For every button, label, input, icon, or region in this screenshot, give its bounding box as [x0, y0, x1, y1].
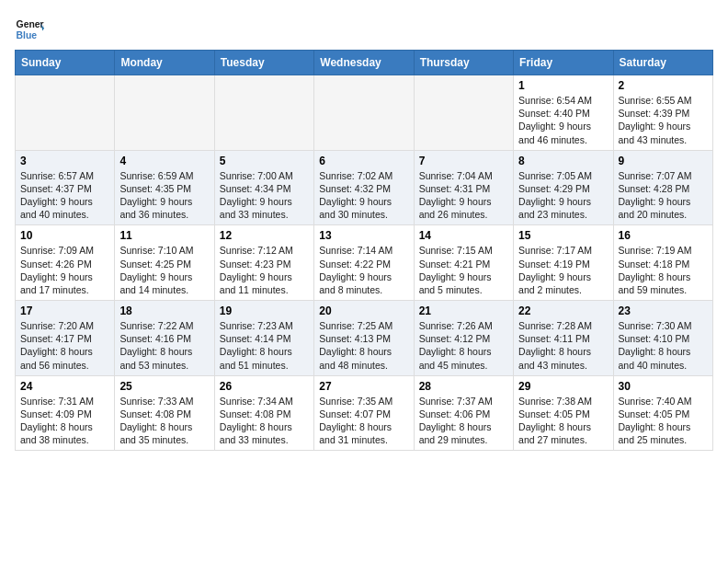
day-info: Sunrise: 7:22 AM Sunset: 4:16 PM Dayligh…: [119, 319, 209, 372]
day-number: 9: [619, 155, 708, 167]
day-cell: 17Sunrise: 7:20 AM Sunset: 4:17 PM Dayli…: [16, 301, 115, 376]
day-info: Sunrise: 7:17 AM Sunset: 4:19 PM Dayligh…: [518, 244, 608, 296]
day-number: 13: [319, 229, 408, 242]
weekday-header-tuesday: Tuesday: [214, 51, 313, 75]
weekday-header-thursday: Thursday: [414, 51, 513, 75]
day-number: 11: [119, 229, 209, 242]
day-info: Sunrise: 7:35 AM Sunset: 4:07 PM Dayligh…: [319, 395, 408, 447]
day-info: Sunrise: 7:14 AM Sunset: 4:22 PM Dayligh…: [319, 244, 408, 296]
day-number: 5: [220, 155, 309, 167]
day-number: 17: [20, 304, 109, 317]
day-cell: 5Sunrise: 7:00 AM Sunset: 4:34 PM Daylig…: [214, 150, 313, 225]
day-info: Sunrise: 7:23 AM Sunset: 4:14 PM Dayligh…: [220, 319, 309, 372]
day-cell: 21Sunrise: 7:26 AM Sunset: 4:12 PM Dayli…: [414, 301, 513, 376]
day-info: Sunrise: 7:15 AM Sunset: 4:21 PM Dayligh…: [419, 244, 508, 296]
weekday-header-row: SundayMondayTuesdayWednesdayThursdayFrid…: [16, 51, 713, 75]
day-cell: 18Sunrise: 7:22 AM Sunset: 4:16 PM Dayli…: [115, 301, 214, 376]
day-cell: 26Sunrise: 7:34 AM Sunset: 4:08 PM Dayli…: [214, 375, 313, 451]
day-cell: 25Sunrise: 7:33 AM Sunset: 4:08 PM Dayli…: [115, 375, 214, 451]
day-info: Sunrise: 6:54 AM Sunset: 4:40 PM Dayligh…: [518, 94, 608, 146]
day-info: Sunrise: 7:40 AM Sunset: 4:05 PM Dayligh…: [619, 395, 708, 447]
day-info: Sunrise: 7:20 AM Sunset: 4:17 PM Dayligh…: [20, 319, 109, 372]
weekday-header-monday: Monday: [115, 51, 214, 75]
week-row-5: 24Sunrise: 7:31 AM Sunset: 4:09 PM Dayli…: [16, 375, 713, 451]
day-number: 4: [119, 155, 209, 167]
day-cell: 15Sunrise: 7:17 AM Sunset: 4:19 PM Dayli…: [514, 225, 613, 301]
day-cell: 16Sunrise: 7:19 AM Sunset: 4:18 PM Dayli…: [613, 225, 712, 301]
day-info: Sunrise: 6:57 AM Sunset: 4:37 PM Dayligh…: [20, 169, 109, 222]
weekday-header-wednesday: Wednesday: [314, 51, 414, 75]
day-cell: 30Sunrise: 7:40 AM Sunset: 4:05 PM Dayli…: [613, 375, 712, 451]
day-cell: 28Sunrise: 7:37 AM Sunset: 4:06 PM Dayli…: [414, 375, 513, 451]
day-cell: 12Sunrise: 7:12 AM Sunset: 4:23 PM Dayli…: [214, 225, 313, 301]
day-info: Sunrise: 7:00 AM Sunset: 4:34 PM Dayligh…: [220, 169, 309, 222]
day-cell: 1Sunrise: 6:54 AM Sunset: 4:40 PM Daylig…: [514, 75, 613, 151]
day-cell: 9Sunrise: 7:07 AM Sunset: 4:28 PM Daylig…: [613, 150, 712, 225]
day-cell: 23Sunrise: 7:30 AM Sunset: 4:10 PM Dayli…: [613, 301, 712, 376]
svg-text:General: General: [17, 19, 44, 29]
day-number: 25: [119, 380, 209, 393]
weekday-header-sunday: Sunday: [16, 51, 115, 75]
day-number: 8: [518, 155, 608, 167]
day-cell: 2Sunrise: 6:55 AM Sunset: 4:39 PM Daylig…: [613, 75, 712, 151]
day-info: Sunrise: 7:25 AM Sunset: 4:13 PM Dayligh…: [319, 319, 408, 372]
day-info: Sunrise: 7:26 AM Sunset: 4:12 PM Dayligh…: [419, 319, 508, 372]
day-number: 3: [20, 155, 109, 167]
day-number: 29: [518, 380, 608, 393]
day-info: Sunrise: 6:55 AM Sunset: 4:39 PM Dayligh…: [619, 94, 708, 146]
page-header: General Blue: [15, 15, 713, 44]
day-cell: 7Sunrise: 7:04 AM Sunset: 4:31 PM Daylig…: [414, 150, 513, 225]
day-info: Sunrise: 7:19 AM Sunset: 4:18 PM Dayligh…: [619, 244, 708, 296]
week-row-3: 10Sunrise: 7:09 AM Sunset: 4:26 PM Dayli…: [16, 225, 713, 301]
day-cell: 19Sunrise: 7:23 AM Sunset: 4:14 PM Dayli…: [214, 301, 313, 376]
day-number: 20: [319, 304, 408, 317]
day-number: 6: [319, 155, 408, 167]
day-number: 30: [619, 380, 708, 393]
day-info: Sunrise: 7:09 AM Sunset: 4:26 PM Dayligh…: [20, 244, 109, 296]
day-number: 15: [518, 229, 608, 242]
day-cell: [214, 75, 313, 151]
day-info: Sunrise: 7:38 AM Sunset: 4:05 PM Dayligh…: [518, 395, 608, 447]
logo-icon: General Blue: [15, 15, 44, 44]
day-info: Sunrise: 7:33 AM Sunset: 4:08 PM Dayligh…: [119, 395, 209, 447]
day-cell: 22Sunrise: 7:28 AM Sunset: 4:11 PM Dayli…: [514, 301, 613, 376]
day-number: 22: [518, 304, 608, 317]
day-cell: [16, 75, 115, 151]
day-cell: [414, 75, 513, 151]
day-info: Sunrise: 7:10 AM Sunset: 4:25 PM Dayligh…: [119, 244, 209, 296]
day-cell: 13Sunrise: 7:14 AM Sunset: 4:22 PM Dayli…: [314, 225, 414, 301]
day-cell: 29Sunrise: 7:38 AM Sunset: 4:05 PM Dayli…: [514, 375, 613, 451]
day-cell: 20Sunrise: 7:25 AM Sunset: 4:13 PM Dayli…: [314, 301, 414, 376]
day-number: 19: [220, 304, 309, 317]
logo: General Blue: [15, 15, 48, 44]
day-info: Sunrise: 7:04 AM Sunset: 4:31 PM Dayligh…: [419, 169, 508, 222]
day-cell: 6Sunrise: 7:02 AM Sunset: 4:32 PM Daylig…: [314, 150, 414, 225]
day-cell: 27Sunrise: 7:35 AM Sunset: 4:07 PM Dayli…: [314, 375, 414, 451]
day-cell: [314, 75, 414, 151]
day-number: 24: [20, 380, 109, 393]
svg-text:Blue: Blue: [17, 30, 38, 40]
day-info: Sunrise: 7:34 AM Sunset: 4:08 PM Dayligh…: [220, 395, 309, 447]
day-cell: 8Sunrise: 7:05 AM Sunset: 4:29 PM Daylig…: [514, 150, 613, 225]
day-number: 18: [119, 304, 209, 317]
day-number: 26: [220, 380, 309, 393]
day-cell: 11Sunrise: 7:10 AM Sunset: 4:25 PM Dayli…: [115, 225, 214, 301]
day-info: Sunrise: 7:05 AM Sunset: 4:29 PM Dayligh…: [518, 169, 608, 222]
day-info: Sunrise: 7:30 AM Sunset: 4:10 PM Dayligh…: [619, 319, 708, 372]
weekday-header-saturday: Saturday: [613, 51, 712, 75]
week-row-1: 1Sunrise: 6:54 AM Sunset: 4:40 PM Daylig…: [16, 75, 713, 151]
day-cell: 24Sunrise: 7:31 AM Sunset: 4:09 PM Dayli…: [16, 375, 115, 451]
week-row-4: 17Sunrise: 7:20 AM Sunset: 4:17 PM Dayli…: [16, 301, 713, 376]
day-info: Sunrise: 7:31 AM Sunset: 4:09 PM Dayligh…: [20, 395, 109, 447]
day-number: 16: [619, 229, 708, 242]
day-cell: 14Sunrise: 7:15 AM Sunset: 4:21 PM Dayli…: [414, 225, 513, 301]
day-number: 10: [20, 229, 109, 242]
day-number: 28: [419, 380, 508, 393]
day-info: Sunrise: 7:12 AM Sunset: 4:23 PM Dayligh…: [220, 244, 309, 296]
calendar-table: SundayMondayTuesdayWednesdayThursdayFrid…: [15, 50, 713, 451]
weekday-header-friday: Friday: [514, 51, 613, 75]
day-number: 14: [419, 229, 508, 242]
day-info: Sunrise: 7:07 AM Sunset: 4:28 PM Dayligh…: [619, 169, 708, 222]
day-number: 7: [419, 155, 508, 167]
day-cell: 10Sunrise: 7:09 AM Sunset: 4:26 PM Dayli…: [16, 225, 115, 301]
